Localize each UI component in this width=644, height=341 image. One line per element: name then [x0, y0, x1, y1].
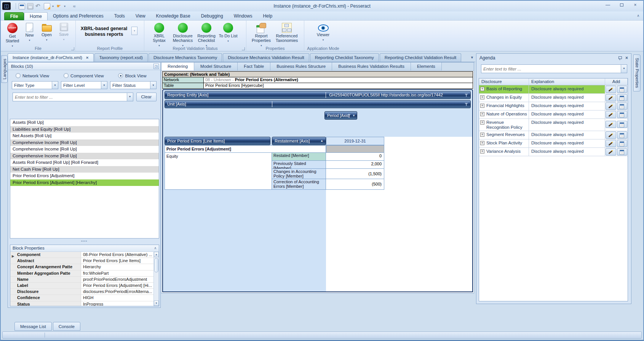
- tab-help[interactable]: Help: [257, 12, 278, 20]
- add-wizard-button[interactable]: [606, 140, 616, 147]
- pin-icon[interactable]: [618, 56, 622, 60]
- report-properties-button[interactable]: Report Properties▾: [249, 22, 273, 48]
- reporting-entity-axis-bar[interactable]: Reporting Entity [Axis] GH259400TOMPUOLS…: [165, 91, 471, 99]
- add-template-button[interactable]: [617, 131, 628, 139]
- add-template-button[interactable]: [617, 111, 628, 118]
- scrollbar[interactable]: ▲ ▼: [153, 252, 159, 306]
- period-column-header[interactable]: 2019-12-31: [326, 137, 384, 145]
- block-list-item[interactable]: Comprehensive Income [Roll Up]: [10, 146, 159, 153]
- chevron-down-icon[interactable]: ▼: [52, 82, 58, 89]
- member-cell[interactable]: Previously Stated [Member]: [272, 161, 326, 169]
- tab-windows[interactable]: Windows: [229, 12, 258, 20]
- property-row[interactable]: Concept Arrangement PatteHierarchy: [10, 264, 153, 270]
- restore-button[interactable]: [617, 2, 626, 9]
- filter-funnel-icon[interactable]: [465, 94, 468, 97]
- collapse-ribbon-icon[interactable]: ∧: [637, 14, 639, 18]
- expand-icon[interactable]: +: [480, 95, 484, 99]
- member-cell[interactable]: Changes in Accounting Policy [Member]: [272, 169, 326, 179]
- radio-network-view[interactable]: Network View: [16, 73, 49, 78]
- fact-value-cell[interactable]: 2,000: [326, 161, 384, 169]
- tab-business-rules-validation-results[interactable]: Business Rules Validation Results: [332, 62, 411, 70]
- tab-elements[interactable]: Elements: [411, 62, 442, 70]
- block-list-item[interactable]: Net Assets [Roll Up]: [10, 133, 159, 139]
- viewer-button[interactable]: Viewer▾: [312, 22, 335, 42]
- blocks-filter-input[interactable]: [13, 95, 127, 99]
- property-row[interactable]: Nameproof:PriorPeriodErrorsAdjustment: [10, 277, 153, 283]
- add-template-button[interactable]: [617, 102, 628, 110]
- save-icon[interactable]: [27, 3, 34, 10]
- add-wizard-button[interactable]: [606, 121, 616, 128]
- scroll-up-icon[interactable]: ▲: [154, 252, 159, 257]
- disclosure-mechanics-button[interactable]: Disclosure Mechanics▾: [171, 22, 195, 48]
- agenda-row[interactable]: +Basis of Reporting Disclosure always re…: [479, 85, 628, 94]
- tab-knowledge-base[interactable]: Knowledge Base: [151, 12, 196, 20]
- add-wizard-button[interactable]: [606, 111, 616, 118]
- add-wizard-button[interactable]: [606, 148, 616, 155]
- add-wizard-button[interactable]: [606, 86, 616, 93]
- doc-tab-reporting-checklist-taxonomy[interactable]: Reporting Checklist Taxonomy: [310, 53, 379, 62]
- add-wizard-button[interactable]: [606, 131, 616, 139]
- radio-component-view[interactable]: Component View: [64, 73, 104, 78]
- sidebar-tab-state-properties[interactable]: State Properties: [633, 54, 641, 91]
- add-template-button[interactable]: [617, 94, 628, 101]
- expand-icon[interactable]: +: [480, 112, 484, 116]
- tab-view[interactable]: View: [130, 12, 151, 20]
- column-header-add[interactable]: Add: [605, 78, 628, 85]
- tab-options-and-preferences[interactable]: Options and Preferences: [48, 12, 109, 20]
- filter-funnel-icon[interactable]: [465, 103, 468, 106]
- block-list-item[interactable]: Liabilities and Equity [Roll Up]: [10, 126, 159, 133]
- collapse-icon[interactable]: ∧: [154, 245, 157, 251]
- period-axis-button[interactable]: Period [Axis] ▼: [324, 111, 357, 120]
- chevron-down-icon[interactable]: ▼: [150, 82, 156, 89]
- filter-status-combo[interactable]: Filter Status▼: [110, 81, 157, 89]
- agenda-row[interactable]: +Stock Plan Activity Disclosure always r…: [479, 139, 628, 148]
- dialog-launcher-icon[interactable]: [71, 47, 74, 50]
- dialog-launcher-icon[interactable]: [242, 47, 245, 50]
- tab-rendering[interactable]: Rendering: [161, 62, 194, 70]
- undo-icon[interactable]: ↶: [35, 3, 42, 10]
- property-row[interactable]: AbstractPrior Period Errors [Line Items]: [10, 258, 153, 264]
- tab-fact-table[interactable]: Fact Table: [238, 62, 270, 70]
- tab-business-rules-structure[interactable]: Business Rules Structure: [270, 62, 332, 70]
- expand-icon[interactable]: +: [480, 149, 484, 154]
- dropdown-arrow-icon[interactable]: ▾: [64, 5, 66, 8]
- tab-debugging[interactable]: Debugging: [196, 12, 229, 20]
- clear-filter-button[interactable]: Clear: [136, 93, 157, 101]
- fact-value-cell[interactable]: (500): [326, 179, 384, 190]
- dropdown-arrow-icon[interactable]: ▾: [52, 5, 54, 8]
- tab-tools[interactable]: Tools: [109, 12, 130, 20]
- xbrl-syntax-button[interactable]: XBRL Syntax▾: [147, 22, 171, 48]
- tab-model-structure[interactable]: Model Structure: [194, 62, 238, 70]
- agenda-row[interactable]: +Revenue Recognition Policy Disclosure a…: [479, 119, 628, 131]
- tab-message-list[interactable]: Message List: [14, 322, 52, 331]
- add-wizard-button[interactable]: [606, 102, 616, 110]
- filter-level-combo[interactable]: Filter Level▼: [61, 81, 107, 89]
- add-template-button[interactable]: [617, 121, 628, 128]
- close-button[interactable]: ×: [630, 2, 640, 9]
- expander-icon[interactable]: ▶: [12, 253, 14, 258]
- tab-overflow-icon[interactable]: ▼: [470, 56, 474, 59]
- property-row[interactable]: StatusInProgress: [10, 301, 153, 306]
- tab-home[interactable]: Home: [24, 12, 48, 20]
- hand-tool-icon[interactable]: ☛: [56, 3, 62, 10]
- doc-tab-disclosure-mechanics-taxonomy[interactable]: Disclosure Mechanics Taxonomy: [149, 53, 222, 62]
- expand-icon[interactable]: +: [480, 104, 484, 108]
- agenda-row[interactable]: +Variance Analysis Disclosure always req…: [479, 148, 628, 156]
- add-template-button[interactable]: [617, 86, 628, 93]
- expand-icon[interactable]: +: [480, 120, 484, 125]
- member-cell[interactable]: Restated [Member]: [272, 153, 326, 161]
- member-cell[interactable]: Correction of Accounting Errors [Member]: [272, 179, 326, 190]
- block-list-item[interactable]: Assets [Roll Up]: [10, 119, 159, 126]
- block-list-item[interactable]: Prior Period Errors [Adjustment]: [10, 173, 159, 179]
- sidebar-tab-languages[interactable]: Languages: [1, 55, 8, 83]
- report-profile-picker-button[interactable]: ▾: [131, 27, 137, 35]
- block-list-item-selected[interactable]: Prior Period Errors [Adjustment] [Hierar…: [10, 179, 159, 186]
- reporting-checklist-button[interactable]: Reporting Checklist▾: [195, 22, 218, 48]
- expand-icon[interactable]: +: [480, 133, 484, 137]
- file-menu-button[interactable]: File: [4, 12, 24, 20]
- property-row[interactable]: Disclosuredisclosures:PriorPeriodErrorAl…: [10, 289, 153, 295]
- chevron-down-icon[interactable]: ▼: [621, 65, 627, 73]
- unit-axis-bar[interactable]: Unit [Axis]: [165, 100, 471, 108]
- new-document-icon[interactable]: [44, 3, 50, 10]
- customize-toolbar-icon[interactable]: ≂: [73, 4, 76, 8]
